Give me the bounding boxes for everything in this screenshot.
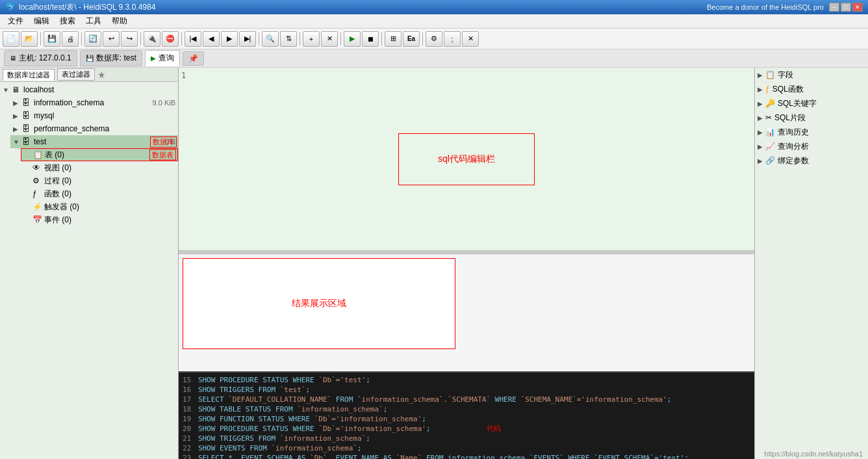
menu-edit[interactable]: 编辑 (29, 14, 55, 28)
annotation-table: 数据表 (149, 150, 176, 161)
rp-sql-snippets[interactable]: ▶ ✂ SQL片段 (755, 111, 868, 125)
app-icon: 🐬 (5, 3, 15, 12)
tree-node-tables[interactable]: 📋 表 (0) 数据表 (21, 148, 178, 161)
annotation-db: 数据库 (150, 137, 177, 148)
print-button[interactable]: 🖨 (62, 31, 79, 47)
extra1[interactable]: ⚙ (426, 31, 442, 47)
rp-sqlfunc-icon: ƒ (765, 85, 770, 94)
tree-node-information-schema[interactable]: ▶ 🗄 information_schema 9.0 KiB (10, 96, 178, 109)
open-button[interactable]: 📂 (21, 31, 38, 47)
star-button[interactable]: ★ (97, 70, 106, 80)
proc-icon: ⚙ (32, 176, 43, 185)
connect-button[interactable]: 🔌 (144, 31, 160, 47)
rp-sql-keywords[interactable]: ▶ 🔑 SQL关键字 (755, 96, 868, 111)
sep8 (381, 33, 382, 46)
extra2[interactable]: ; (444, 31, 461, 47)
menubar: 文件 编辑 搜索 工具 帮助 (0, 14, 868, 29)
sql-input[interactable] (194, 70, 752, 248)
log-line-21: 21 SHOW TRIGGERS FROM `information_schem… (183, 434, 750, 443)
expand-icon: ▼ (13, 138, 21, 146)
tab-query[interactable]: ▶ 查询 (145, 50, 180, 66)
undo-button[interactable]: ↩ (103, 31, 120, 47)
content-area: 1 sql代码编辑栏 结果展示区域 15 SHOW PROCEDURE STAT… (179, 68, 754, 459)
sep5 (259, 33, 259, 46)
tree-node-mysql[interactable]: ▶ 🗄 mysql (10, 109, 178, 122)
rp-query-analysis[interactable]: ▶ 📈 查询分析 (755, 139, 868, 153)
extra3[interactable]: ✕ (462, 31, 479, 47)
sql-editor-box[interactable]: sql代码编辑栏 (181, 70, 752, 248)
tree-node-events[interactable]: 📅 事件 (0) (21, 213, 178, 226)
redo-button[interactable]: ↪ (121, 31, 138, 47)
log-line-18: 18 SHOW TABLE STATUS FROM `information_s… (183, 404, 750, 414)
disconnect-button[interactable]: ⛔ (162, 31, 179, 47)
rp-arrow-icon: ▶ (758, 86, 763, 93)
sep7 (340, 33, 341, 46)
nav-first[interactable]: |◀ (185, 31, 201, 47)
titlebar: 🐬 localhost/test/表\ - HeidiSQL 9.3.0.498… (0, 0, 868, 14)
grid-button[interactable]: ⊞ (385, 31, 402, 47)
refresh-button[interactable]: 🔄 (84, 31, 101, 47)
tree-node-localhost[interactable]: ▼ 🖥 localhost (0, 83, 178, 96)
tree-size: 9.0 KiB (153, 99, 175, 107)
result-box: 结果展示区域 (183, 258, 455, 349)
tree-node-triggers[interactable]: ⚡ 触发器 (0) (21, 200, 178, 213)
rp-arrow-icon: ▶ (758, 143, 763, 150)
tree-label-localhost: localhost (23, 85, 175, 94)
tab-host[interactable]: 🖥 主机: 127.0.0.1 (4, 50, 77, 66)
sep2 (81, 33, 82, 46)
minimize-button[interactable]: ─ (829, 3, 839, 12)
log-area: 15 SHOW PROCEDURE STATUS WHERE `Db`='tes… (179, 371, 754, 459)
tree-node-procs[interactable]: ⚙ 过程 (0) (21, 174, 178, 187)
tree-label: information_schema (34, 98, 151, 107)
rp-query-history[interactable]: ▶ 📊 查询历史 (755, 125, 868, 139)
rp-analysis-icon: 📈 (765, 142, 775, 151)
menu-search[interactable]: 搜索 (55, 14, 81, 28)
expand-icon: ▶ (13, 112, 21, 120)
view-icon: 👁 (32, 163, 43, 172)
sort-button[interactable]: ⇅ (280, 31, 297, 47)
trigger-icon: ⚡ (32, 202, 43, 211)
rp-bind-params[interactable]: ▶ 🔗 绑定参数 (755, 153, 868, 168)
stop-button[interactable]: ⏹ (362, 31, 379, 47)
log-line-15: 15 SHOW PROCEDURE STATUS WHERE `Db`='tes… (183, 375, 750, 385)
tabbar: 🖥 主机: 127.0.0.1 💾 数据库: test ▶ 查询 📌 (0, 49, 868, 68)
db-filter-btn[interactable]: 数据库过滤器 (3, 69, 55, 81)
db-icon: 🗄 (22, 98, 32, 107)
save-button[interactable]: 💾 (44, 31, 60, 47)
run-button[interactable]: ▶ (344, 31, 361, 47)
add-row[interactable]: + (303, 31, 320, 47)
rp-label: SQL片段 (774, 112, 806, 124)
run-icon: ▶ (151, 55, 156, 62)
ea-button[interactable]: Ea (403, 31, 420, 47)
tree-label: performance_schema (34, 124, 175, 133)
code-label: 代码 (487, 425, 501, 433)
menu-file[interactable]: 文件 (3, 14, 29, 28)
table-filter-btn[interactable]: 表过滤器 (57, 68, 95, 81)
titlebar-controls: ─ □ ✕ (829, 3, 863, 12)
rp-arrow-icon: ▶ (758, 114, 763, 122)
menu-tools[interactable]: 工具 (81, 14, 107, 28)
delete-row[interactable]: ✕ (321, 31, 338, 47)
rp-fields[interactable]: ▶ 📋 字段 (755, 68, 868, 82)
nav-next[interactable]: ▶ (221, 31, 238, 47)
nav-last[interactable]: ▶| (239, 31, 256, 47)
tree-node-views[interactable]: 👁 视图 (0) (21, 161, 178, 174)
filter-button[interactable]: 🔍 (262, 31, 279, 47)
tree-node-performance-schema[interactable]: ▶ 🗄 performance_schema (10, 122, 178, 135)
new-button[interactable]: 📄 (3, 31, 19, 47)
tab-db[interactable]: 💾 数据库: test (80, 50, 142, 66)
sep1 (40, 33, 41, 46)
menu-help[interactable]: 帮助 (107, 14, 133, 28)
host-icon: 🖥 (10, 55, 16, 62)
sep4 (181, 33, 182, 46)
tab-extra[interactable]: 📌 (183, 51, 204, 66)
maximize-button[interactable]: □ (841, 3, 851, 12)
tab-extra-icon: 📌 (188, 54, 198, 63)
tree-node-funcs[interactable]: ƒ 函数 (0) (21, 187, 178, 200)
nav-prev[interactable]: ◀ (203, 31, 220, 47)
close-button[interactable]: ✕ (852, 3, 863, 12)
main-area: 数据库过滤器 表过滤器 ★ ▼ 🖥 localhost ▶ 🗄 informat… (0, 68, 868, 459)
rp-sql-funcs[interactable]: ▶ ƒ SQL函数 (755, 82, 868, 96)
rp-label: 绑定参数 (778, 155, 809, 166)
tree-label: 过程 (0) (44, 176, 175, 187)
